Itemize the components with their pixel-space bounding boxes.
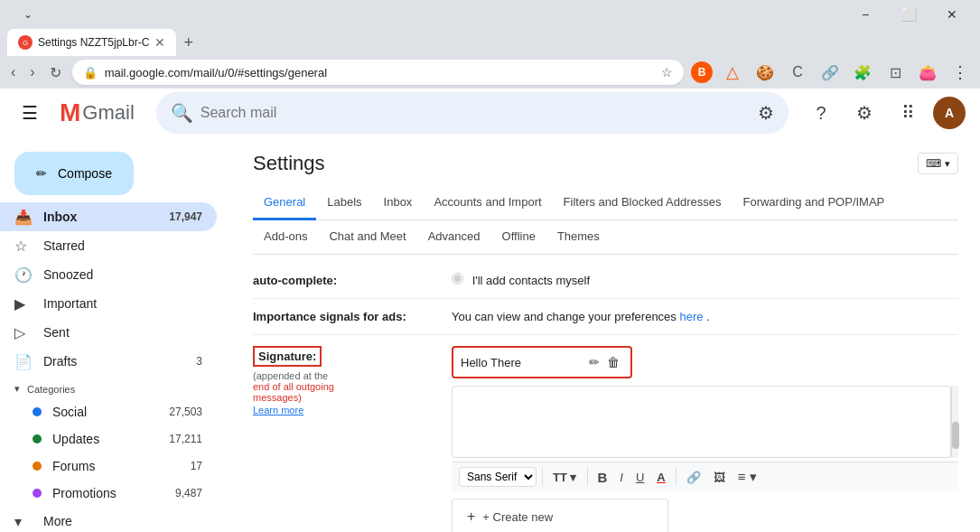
extension-icon[interactable]: 🧩 — [850, 60, 875, 85]
tab-favicon: G — [18, 35, 33, 50]
window-minimize-btn[interactable]: − — [845, 0, 886, 29]
tab-advanced[interactable]: Advanced — [417, 220, 491, 255]
sidebar: ✏ Compose 📥 Inbox 17,947 ☆ Starred 🕐 Sno… — [0, 137, 231, 532]
signature-learn-more-link[interactable]: Learn more — [253, 405, 303, 415]
keyboard-shortcut-button[interactable]: ⌨ ▾ — [918, 153, 958, 174]
create-new-button[interactable]: + + Create new — [452, 499, 668, 532]
bookmark-icon[interactable]: ☆ — [661, 65, 673, 79]
signature-editor[interactable] — [452, 386, 951, 458]
address-bar[interactable]: 🔒 mail.google.com/mail/u/0/#settings/gen… — [72, 60, 684, 85]
signature-row: Signature: (appended at the end of all o… — [253, 335, 958, 532]
tab-title: Settings NZZT5jpLbr-C — [38, 36, 149, 49]
search-bar[interactable]: 🔍 ⚙ — [156, 92, 789, 134]
avatar[interactable]: A — [933, 97, 966, 129]
social-dot — [33, 407, 42, 416]
signature-edit-button[interactable]: ✏ — [585, 353, 603, 371]
underline-button[interactable]: U — [631, 468, 649, 487]
tab-forwarding-pop[interactable]: Forwarding and POP/IMAP — [732, 186, 895, 220]
help-icon[interactable]: ? — [803, 95, 839, 131]
signature-note: (appended at the end of all outgoing mes… — [253, 370, 437, 403]
categories-section[interactable]: ▾ Categories — [0, 379, 231, 398]
sidebar-toggle-icon[interactable]: ⊡ — [882, 60, 908, 85]
browser-tab[interactable]: G Settings NZZT5jpLbr-C ✕ — [7, 29, 176, 56]
link-icon[interactable]: 🔗 — [817, 60, 843, 85]
important-icon: ▶ — [14, 295, 33, 313]
new-tab-button[interactable]: + — [176, 30, 201, 56]
sidebar-item-drafts[interactable]: 📄 Drafts 3 — [0, 347, 217, 376]
signature-label-col: Signature: (appended at the end of all o… — [253, 346, 452, 416]
browser-menu-icon[interactable]: ⋮ — [947, 60, 973, 85]
sidebar-item-forums[interactable]: Forums 17 — [0, 453, 217, 480]
sent-icon: ▷ — [14, 324, 33, 341]
tab-close-btn[interactable]: ✕ — [154, 35, 165, 50]
toolbar-divider-2 — [587, 468, 588, 486]
tab-themes[interactable]: Themes — [546, 220, 611, 255]
sidebar-item-social[interactable]: Social 27,503 — [0, 398, 217, 425]
sidebar-item-snoozed[interactable]: 🕐 Snoozed — [0, 260, 217, 289]
apps-icon[interactable]: ⠿ — [890, 95, 926, 131]
sidebar-item-promotions[interactable]: Promotions 9,487 — [0, 480, 217, 507]
tab-chat-meet[interactable]: Chat and Meet — [318, 220, 416, 255]
create-new-label: + Create new — [482, 510, 553, 524]
sidebar-item-sent[interactable]: ▷ Sent — [0, 318, 217, 347]
importance-link[interactable]: here — [679, 310, 703, 323]
forward-button[interactable]: › — [26, 61, 38, 84]
drafts-count: 3 — [196, 355, 202, 368]
window-collapse-btn[interactable]: ⌄ — [7, 0, 49, 29]
tab-offline[interactable]: Offline — [491, 220, 546, 255]
text-color-button[interactable]: A — [652, 468, 669, 487]
window-close-btn[interactable]: ✕ — [931, 0, 973, 29]
snooze-icon: 🕐 — [14, 266, 33, 284]
tab-filters-blocked[interactable]: Filters and Blocked Addresses — [553, 186, 733, 220]
wallet-icon[interactable]: 👛 — [915, 60, 940, 85]
settings-icon[interactable]: ⚙ — [846, 95, 882, 131]
importance-period: . — [706, 310, 710, 323]
search-tune-icon[interactable]: ⚙ — [758, 102, 774, 124]
sidebar-item-inbox[interactable]: 📥 Inbox 17,947 — [0, 202, 217, 231]
align-button[interactable]: ≡ ▾ — [733, 466, 761, 488]
toolbar-divider-1 — [542, 468, 543, 486]
link-button[interactable]: 🔗 — [682, 468, 705, 487]
compose-button[interactable]: ✏ Compose — [14, 152, 134, 195]
brave-shield-icon[interactable]: B — [691, 61, 713, 83]
signature-delete-button[interactable]: 🗑 — [603, 353, 623, 371]
bold-button[interactable]: B — [593, 467, 612, 488]
font-family-select[interactable]: Sans Serif — [459, 467, 537, 487]
main-content: Settings ⌨ ▾ General Labels Inbox Accoun… — [231, 137, 980, 532]
tab-labels[interactable]: Labels — [316, 186, 372, 220]
tab-general[interactable]: General — [253, 186, 316, 220]
menu-icon[interactable]: ☰ — [14, 95, 45, 131]
promotions-dot — [33, 489, 42, 498]
autocomplete-value: I'll add contacts myself — [452, 273, 958, 287]
categories-expand-icon: ▾ — [14, 383, 20, 395]
updates-dot — [33, 434, 42, 443]
tab-addons[interactable]: Add-ons — [253, 220, 318, 255]
lock-icon: 🔒 — [83, 66, 98, 79]
font-size-button[interactable]: TT ▾ — [548, 468, 582, 487]
signature-label-title: Signature: — [253, 346, 322, 367]
cookie-icon[interactable]: 🍪 — [752, 60, 778, 85]
window-maximize-btn[interactable]: ⬜ — [888, 0, 929, 29]
sidebar-item-important[interactable]: ▶ Important — [0, 289, 217, 318]
tab-inbox[interactable]: Inbox — [373, 186, 424, 220]
italic-button[interactable]: I — [615, 468, 628, 487]
search-input[interactable] — [201, 105, 743, 121]
brave-icon[interactable]: C — [785, 60, 810, 85]
compose-label: Compose — [58, 166, 112, 181]
image-button[interactable]: 🖼 — [709, 468, 730, 487]
tab-accounts-import[interactable]: Accounts and Import — [423, 186, 552, 220]
signature-item[interactable]: Hello There ✏ 🗑 — [452, 346, 632, 378]
sidebar-item-starred[interactable]: ☆ Starred — [0, 231, 217, 260]
settings-title: Settings ⌨ ▾ — [253, 152, 958, 175]
reload-button[interactable]: ↻ — [46, 61, 65, 85]
settings-tabs-row2: Add-ons Chat and Meet Advanced Offline T… — [253, 220, 958, 255]
brave-rewards-icon[interactable]: △ — [720, 60, 745, 85]
back-button[interactable]: ‹ — [7, 61, 19, 84]
scrollbar-thumb[interactable] — [952, 422, 959, 449]
settings-tabs-row1: General Labels Inbox Accounts and Import… — [253, 186, 958, 220]
editor-toolbar: Sans Serif TT ▾ B I U A 🔗 🖼 — [452, 462, 958, 491]
signature-name: Hello There — [461, 356, 585, 369]
autocomplete-radio[interactable] — [452, 273, 463, 285]
sidebar-item-more[interactable]: ▾ More — [0, 507, 217, 532]
sidebar-item-updates[interactable]: Updates 17,211 — [0, 425, 217, 453]
